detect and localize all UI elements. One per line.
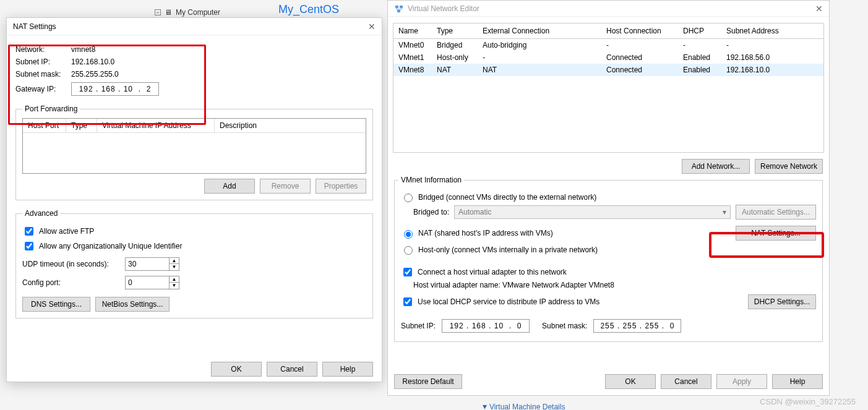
vne-title: Virtual Network Editor xyxy=(408,4,479,13)
allow-oui-checkbox[interactable] xyxy=(25,242,33,250)
host-only-radio-label: Host-only (connect VMs internally in a p… xyxy=(418,246,598,254)
properties-button: Properties xyxy=(316,179,366,194)
spin-down-icon[interactable]: ▼ xyxy=(170,283,179,289)
close-icon[interactable]: ✕ xyxy=(815,4,823,14)
config-port-stepper[interactable]: ▲▼ xyxy=(125,276,179,289)
nat-settings-dialog: NAT Settings ✕ Network:vmnet8 Subnet IP:… xyxy=(6,17,382,382)
connect-adapter-checkbox[interactable] xyxy=(403,268,412,276)
allow-ftp-label: Allow active FTP xyxy=(39,227,94,236)
host-only-radio[interactable] xyxy=(404,246,413,255)
close-icon[interactable]: ✕ xyxy=(368,22,376,32)
subnet-ip-label: Subnet IP: xyxy=(15,58,71,66)
col-type: Type xyxy=(437,27,483,35)
remove-network-button[interactable]: Remove Network xyxy=(755,159,823,174)
nat-dialog-title: NAT Settings xyxy=(13,22,56,31)
adapter-name-label: Host virtual adapter name: VMware Networ… xyxy=(413,281,816,289)
network-editor-icon xyxy=(394,4,404,14)
nat-radio[interactable] xyxy=(404,230,413,239)
ok-button[interactable]: OK xyxy=(605,374,656,389)
udp-timeout-label: UDP timeout (in seconds): xyxy=(22,260,121,268)
col-host-port: Host Port xyxy=(23,119,66,132)
col-dhcp: DHCP xyxy=(683,27,726,35)
col-sub: Subnet Address xyxy=(726,27,813,35)
udp-timeout-input[interactable] xyxy=(126,258,169,270)
dns-settings-button[interactable]: DNS Settings... xyxy=(22,297,90,312)
port-forwarding-table[interactable]: Host Port Type Virtual Machine IP Addres… xyxy=(22,118,366,174)
cancel-button[interactable]: Cancel xyxy=(661,374,711,389)
col-description: Description xyxy=(215,119,366,132)
udp-timeout-stepper[interactable]: ▲▼ xyxy=(125,257,179,271)
table-row[interactable]: VMnet1Host-only-ConnectedEnabled192.168.… xyxy=(393,51,823,64)
cancel-button[interactable]: Cancel xyxy=(267,362,317,377)
table-row[interactable]: VMnet0BridgedAuto-bridging--- xyxy=(393,39,823,51)
allow-oui-label: Allow any Organizationally Unique Identi… xyxy=(39,242,182,250)
gateway-ip-label: Gateway IP: xyxy=(15,85,71,93)
config-port-input[interactable] xyxy=(126,276,169,289)
col-ext: External Connection xyxy=(483,27,606,35)
use-dhcp-label: Use local DHCP service to distribute IP … xyxy=(418,297,599,306)
svg-rect-2 xyxy=(397,10,400,12)
subnet-mask-value: 255.255.255.0 xyxy=(71,70,119,79)
remove-button: Remove xyxy=(260,179,311,194)
watermark: CSDN @weixin_39272255 xyxy=(760,397,856,406)
config-port-label: Config port: xyxy=(22,278,121,287)
col-name: Name xyxy=(393,27,437,35)
nat-radio-label: NAT (shared host's IP address with VMs) xyxy=(418,229,553,237)
col-type: Type xyxy=(66,119,97,132)
dhcp-settings-button[interactable]: DHCP Settings... xyxy=(748,294,816,309)
svg-rect-1 xyxy=(400,6,403,8)
advanced-group: Advanced Allow active FTP Allow any Orga… xyxy=(15,209,373,318)
spin-up-icon[interactable]: ▲ xyxy=(170,258,179,264)
vm-details-link[interactable]: ▾ Virtual Machine Details xyxy=(483,401,565,410)
spin-down-icon[interactable]: ▼ xyxy=(170,264,179,270)
vne-subnet-mask-input[interactable] xyxy=(593,319,681,333)
subnet-mask-label: Subnet mask: xyxy=(15,70,71,79)
vne-subnet-ip-label: Subnet IP: xyxy=(401,322,436,330)
nat-settings-button[interactable]: NAT Settings... xyxy=(736,226,816,241)
port-forwarding-legend: Port Forwarding xyxy=(22,105,80,113)
use-dhcp-checkbox[interactable] xyxy=(403,297,412,306)
allow-ftp-checkbox[interactable] xyxy=(25,227,33,236)
automatic-settings-button: Automatic Settings... xyxy=(736,205,816,220)
svg-rect-0 xyxy=(395,6,398,8)
connect-adapter-label: Connect a host virtual adapter to this n… xyxy=(418,268,567,276)
bg-tree-item: − 🖥 My Computer xyxy=(155,6,220,19)
help-button[interactable]: Help xyxy=(772,374,823,389)
bg-tab-vm-name[interactable]: My_CentOS xyxy=(278,3,339,16)
bg-my-computer-label: My Computer xyxy=(176,8,220,17)
bridged-to-select: Automatic▾ xyxy=(454,205,731,219)
monitor-icon: 🖥 xyxy=(165,8,172,17)
network-label: Network: xyxy=(15,45,71,54)
vne-subnet-mask-label: Subnet mask: xyxy=(542,322,587,330)
help-button[interactable]: Help xyxy=(322,362,373,377)
network-list-table[interactable]: Name Type External Connection Host Conne… xyxy=(393,23,824,153)
spin-up-icon[interactable]: ▲ xyxy=(170,276,179,283)
restore-default-button[interactable]: Restore Default xyxy=(394,374,462,389)
add-button[interactable]: Add xyxy=(204,179,255,194)
ok-button[interactable]: OK xyxy=(211,362,262,377)
bridged-radio-label: Bridged (connect VMs directly to the ext… xyxy=(418,193,596,202)
add-network-button[interactable]: Add Network... xyxy=(682,159,750,174)
subnet-ip-value: 192.168.10.0 xyxy=(71,58,114,66)
vne-subnet-ip-input[interactable] xyxy=(442,319,530,333)
bridged-to-label: Bridged to: xyxy=(413,208,449,216)
col-host: Host Connection xyxy=(606,27,683,35)
tree-collapse-icon[interactable]: − xyxy=(155,9,161,15)
vmnet-info-group: VMnet Information Bridged (connect VMs d… xyxy=(394,180,823,342)
bridged-radio[interactable] xyxy=(404,194,413,202)
netbios-settings-button[interactable]: NetBios Settings... xyxy=(95,297,170,312)
port-forwarding-group: Port Forwarding Host Port Type Virtual M… xyxy=(15,105,373,200)
vmnet-info-legend: VMnet Information xyxy=(398,176,464,184)
network-value: vmnet8 xyxy=(71,45,95,54)
col-vm-ip: Virtual Machine IP Address xyxy=(97,119,215,132)
apply-button: Apply xyxy=(716,374,767,389)
chevron-down-icon: ▾ xyxy=(723,208,726,216)
table-row[interactable]: VMnet8NATNATConnectedEnabled192.168.10.0 xyxy=(393,64,823,76)
advanced-legend: Advanced xyxy=(22,209,60,218)
virtual-network-editor-dialog: Virtual Network Editor ✕ Name Type Exter… xyxy=(387,0,830,396)
gateway-ip-input[interactable] xyxy=(71,82,159,96)
